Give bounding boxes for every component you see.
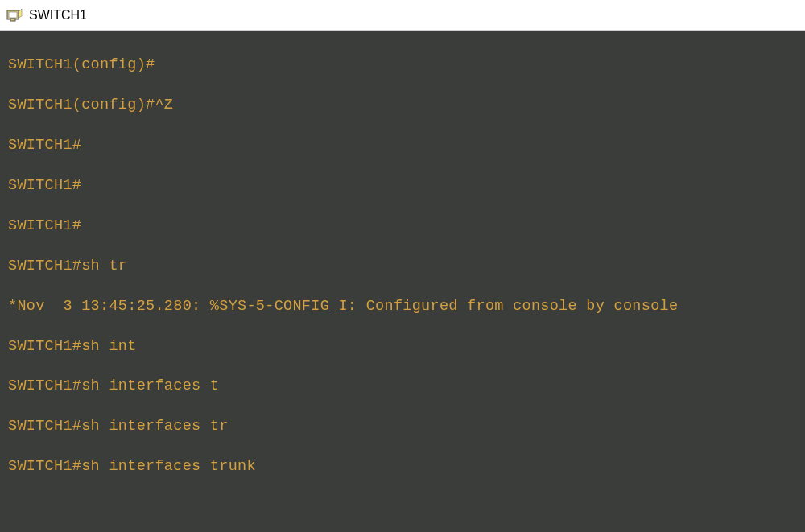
- cli-line: SWITCH1#sh interfaces t: [8, 377, 797, 397]
- cli-line: SWITCH1(config)#^Z: [8, 96, 797, 116]
- cli-input: sh int: [81, 338, 136, 355]
- cli-line: SWITCH1#sh interfaces tr: [8, 417, 797, 437]
- prompt: SWITCH1#: [8, 217, 81, 234]
- svg-rect-2: [10, 19, 15, 21]
- syslog-line: *Nov 3 13:45:25.280: %SYS-5-CONFIG_I: Co…: [8, 297, 797, 317]
- cli-line: SWITCH1#: [8, 176, 797, 196]
- cli-line: SWITCH1#sh tr: [8, 257, 797, 277]
- cli-line: SWITCH1#sh int: [8, 337, 797, 357]
- prompt: SWITCH1#: [8, 258, 81, 274]
- prompt: SWITCH1#: [8, 137, 81, 154]
- svg-rect-1: [9, 12, 17, 18]
- cli-line: SWITCH1(config)#: [8, 56, 797, 76]
- cli-input: sh tr: [81, 258, 127, 274]
- window-title: SWITCH1: [29, 8, 87, 23]
- terminal-output[interactable]: SWITCH1(config)# SWITCH1(config)#^Z SWIT…: [0, 31, 805, 532]
- window-title-bar[interactable]: SWITCH1: [0, 0, 805, 31]
- prompt: SWITCH1(config)#: [8, 97, 155, 113]
- prompt: SWITCH1#: [8, 418, 81, 435]
- cli-input: sh interfaces tr: [81, 418, 228, 435]
- cli-input: sh interfaces t: [81, 377, 219, 394]
- cli-input: ^Z: [155, 97, 173, 113]
- blank-line: [8, 497, 797, 518]
- prompt: SWITCH1#: [8, 177, 81, 194]
- prompt: SWITCH1#: [8, 458, 81, 475]
- cli-line: SWITCH1#: [8, 136, 797, 156]
- cli-line: SWITCH1#sh interfaces trunk: [8, 457, 797, 477]
- prompt: SWITCH1#: [8, 377, 81, 394]
- prompt: SWITCH1#: [8, 338, 81, 355]
- cli-input: sh interfaces trunk: [81, 458, 256, 475]
- cli-line: SWITCH1#: [8, 217, 797, 237]
- putty-icon: [6, 7, 23, 23]
- prompt: SWITCH1(config)#: [8, 56, 155, 73]
